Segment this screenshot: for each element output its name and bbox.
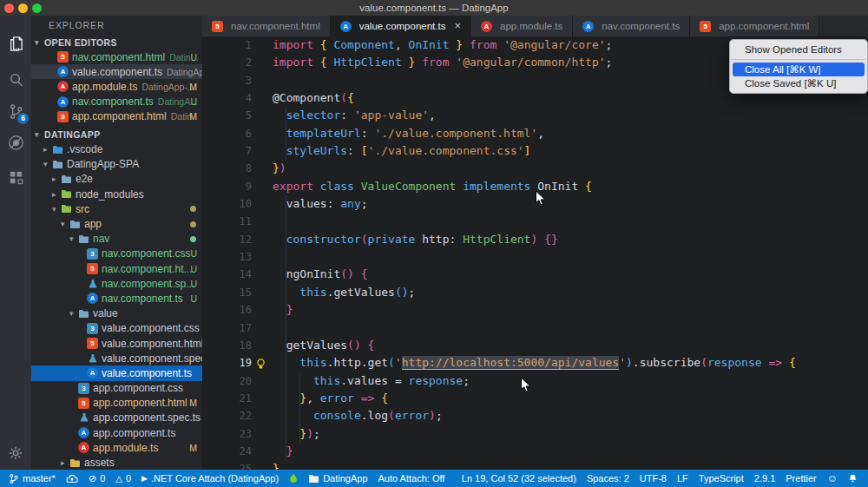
tree-item[interactable]: Anav.component.tsU <box>31 291 202 306</box>
tab-app-component-html[interactable]: 5app.component.html <box>690 16 819 36</box>
code-line[interactable]: 25} <box>202 460 868 470</box>
open-editors-header[interactable]: ▾ OPEN EDITORS <box>31 35 202 49</box>
tree-item[interactable]: Aapp.component.ts <box>31 425 202 440</box>
close-tab-icon[interactable]: × <box>454 22 461 30</box>
folder-icon <box>69 219 81 230</box>
code-line[interactable]: 24 } <box>202 443 868 460</box>
tree-item[interactable]: 3app.component.css <box>31 381 202 396</box>
tree-item[interactable]: Avalue.component.ts <box>31 365 202 380</box>
code-line[interactable]: 20 this.values = response; <box>202 372 868 390</box>
tab-nav-component-ts[interactable]: Anav.component.ts <box>573 16 690 36</box>
activity-extensions-button[interactable] <box>0 161 31 193</box>
tree-item[interactable]: 5app.component.htmlM <box>31 396 202 411</box>
open-editor-item[interactable]: Avalue.component.tsDatingApp... <box>31 64 202 79</box>
status-prettier[interactable]: Prettier <box>780 470 821 487</box>
tree-item[interactable]: Aapp.module.tsM <box>31 440 202 455</box>
tab-value-component-ts[interactable]: Avalue.component.ts× <box>331 16 471 36</box>
debug-icon <box>7 134 25 152</box>
tree-item-label: .vscode <box>67 143 102 155</box>
git-status-badge: U <box>190 52 197 63</box>
folder-section-header[interactable]: ▾ DATINGAPP <box>31 127 202 141</box>
tree-item[interactable]: ▾src <box>31 201 202 216</box>
status-smiley[interactable]: ☺ <box>822 470 843 487</box>
line-number: 24 <box>202 443 252 460</box>
vscode-window: value.component.ts — DatingApp 6 EXPLORE… <box>0 0 868 487</box>
tree-item[interactable]: 5value.component.html <box>31 336 202 351</box>
code-line[interactable]: 6 templateUrl: './value.component.html', <box>202 125 868 142</box>
code-line[interactable]: 5 selector: 'app-value', <box>202 107 868 124</box>
status-auto-attach-off[interactable]: Auto Attach: Off <box>373 470 450 487</box>
code-line[interactable]: 16 } <box>202 301 868 319</box>
tree-item[interactable]: ▾value <box>31 306 202 321</box>
sidebar-title: EXPLORER <box>31 16 202 35</box>
code-line[interactable]: 7 styleUrls: ['./value.component.css'] <box>202 142 868 160</box>
open-editor-item[interactable]: 5nav.component.htmlDatin...U <box>31 49 202 64</box>
open-editor-item[interactable]: Anav.component.tsDatingA...U <box>31 95 202 109</box>
code-line[interactable]: 18 getValues() { <box>202 337 868 354</box>
tree-item[interactable]: app.component.spec.ts <box>31 411 202 425</box>
git-status-badge: U <box>190 264 197 274</box>
status-cloud-sync[interactable] <box>61 470 83 487</box>
menu-item[interactable]: Show Opened Editors <box>733 43 865 56</box>
line-number: 17 <box>202 319 252 337</box>
tree-item[interactable]: ▸assets <box>31 455 202 470</box>
tree-item[interactable]: ▸node_modules <box>31 187 202 201</box>
code-editor[interactable]: 1import { Component, OnInit } from '@ang… <box>202 36 868 470</box>
status-spaces-2[interactable]: Spaces: 2 <box>582 470 635 487</box>
tree-item[interactable]: ▸e2e <box>31 172 202 187</box>
explorer-sidebar: EXPLORER ▾ OPEN EDITORS 5nav.component.h… <box>31 16 203 470</box>
code-line[interactable]: 21 }, error => { <box>202 390 868 407</box>
menu-item[interactable]: Close Saved [⌘K U] <box>733 76 865 90</box>
code-line[interactable]: 23 }); <box>202 425 868 443</box>
status-master[interactable]: master* <box>3 470 61 487</box>
tab-nav-component-html[interactable]: 5nav.component.html <box>202 16 331 36</box>
status-0[interactable]: △0 <box>110 470 136 487</box>
status-bell[interactable] <box>843 470 863 487</box>
status-2-9-1[interactable]: 2.9.1 <box>749 470 780 487</box>
tree-item[interactable]: 3value.component.css <box>31 321 202 336</box>
code-line[interactable]: 22 console.log(error); <box>202 407 868 424</box>
tab-label: value.component.ts <box>359 21 446 31</box>
code-line[interactable]: 12 constructor(private http: HttpClient)… <box>202 231 868 248</box>
status-datingapp[interactable]: DatingApp <box>303 470 372 487</box>
activity-explorer-button[interactable] <box>0 28 31 59</box>
status-lf[interactable]: LF <box>672 470 694 487</box>
tree-item[interactable]: value.component.spec... <box>31 351 202 365</box>
status-net-core-attach-datingapp[interactable]: ▶.NET Core Attach (DatingApp) <box>136 470 284 487</box>
status-typescript[interactable]: TypeScript <box>694 470 749 487</box>
code-line[interactable]: 14 ngOnInit() { <box>202 266 868 283</box>
activity-search-button[interactable] <box>0 64 31 95</box>
lightbulb-icon[interactable] <box>256 358 266 373</box>
tree-item[interactable]: ▾nav <box>31 232 202 247</box>
tree-item[interactable]: ▾DatingApp-SPA <box>31 157 202 172</box>
open-editor-item[interactable]: Aapp.module.tsDatingApp-...M <box>31 79 202 94</box>
code-line[interactable]: 13 <box>202 248 868 266</box>
activity-source-control-button[interactable]: 6 <box>0 95 31 127</box>
tree-item-label: nav.component.css <box>102 247 191 260</box>
code-line[interactable]: 15 this.getValues(); <box>202 284 868 301</box>
folder-icon <box>52 160 63 169</box>
code-text: import { HttpClient } from '@angular/com… <box>273 54 612 71</box>
tree-item[interactable]: ▸.vscode <box>31 142 202 157</box>
status-0[interactable]: ⊘0 <box>83 470 110 487</box>
activity-settings-gear-button[interactable] <box>0 438 31 469</box>
tree-item[interactable]: 3nav.component.cssU <box>31 247 202 261</box>
code-line[interactable]: 17 <box>202 319 868 337</box>
status-utf-8[interactable]: UTF-8 <box>635 470 672 487</box>
tree-item[interactable]: 5nav.component.ht...U <box>31 261 202 276</box>
tab-app-module-ts[interactable]: Aapp.module.ts <box>471 16 573 36</box>
angular-module-icon: A <box>78 442 89 453</box>
code-line[interactable]: 11 <box>202 213 868 230</box>
code-line[interactable]: 19 this.http.get('http://localhost:5000/… <box>202 354 868 372</box>
activity-debug-button[interactable] <box>0 127 31 158</box>
tree-item-label: e2e <box>76 173 93 185</box>
tree-item[interactable]: nav.component.sp...U <box>31 276 202 291</box>
folder-icon <box>52 159 63 170</box>
tree-item[interactable]: ▾app <box>31 216 202 231</box>
angular-component-icon: A <box>87 293 98 304</box>
code-line[interactable]: 8}) <box>202 160 868 177</box>
status-ln-19-col-52-32-selected[interactable]: Ln 19, Col 52 (32 selected) <box>457 470 582 487</box>
open-editor-item[interactable]: 5app.component.htmlDatin..M <box>31 109 202 124</box>
menu-item[interactable]: Close All [⌘K W] <box>733 63 865 76</box>
status-flame[interactable] <box>284 470 303 487</box>
